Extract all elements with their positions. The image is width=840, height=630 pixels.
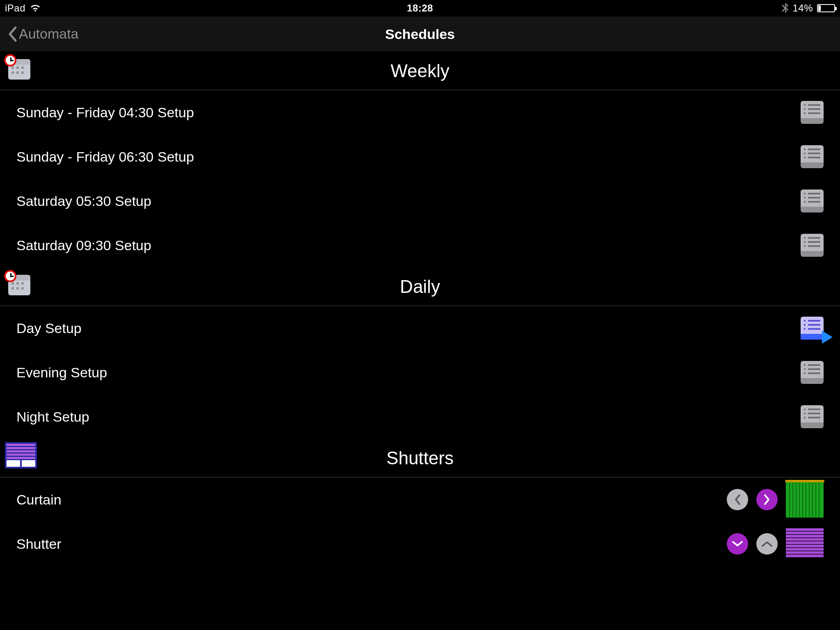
curtain-close-button[interactable]	[727, 489, 748, 510]
schedule-row[interactable]: Day Setup	[0, 306, 840, 350]
calendar-clock-icon	[5, 271, 31, 297]
schedule-label: Night Setup	[16, 409, 801, 425]
section-header-weekly: Weekly	[0, 52, 840, 90]
back-label: Automata	[19, 26, 79, 42]
schedule-label: Sunday - Friday 06:30 Setup	[16, 149, 801, 165]
chevron-left-icon	[734, 494, 741, 505]
schedule-label: Day Setup	[16, 320, 801, 336]
list-icon[interactable]	[801, 234, 824, 257]
schedule-row[interactable]: Saturday 05:30 Setup	[0, 179, 840, 223]
chevron-down-icon	[732, 540, 743, 548]
play-icon	[822, 331, 833, 344]
nav-bar: Automata Schedules	[0, 16, 840, 52]
back-button[interactable]: Automata	[7, 26, 79, 42]
curtain-row[interactable]: Curtain	[0, 477, 840, 522]
list-icon[interactable]	[801, 405, 824, 428]
list-icon[interactable]	[801, 361, 824, 384]
shutter-icon	[786, 528, 824, 559]
schedule-row[interactable]: Saturday 09:30 Setup	[0, 223, 840, 267]
row-label: Shutter	[16, 536, 727, 552]
schedule-label: Saturday 05:30 Setup	[16, 193, 801, 209]
schedule-label: Saturday 09:30 Setup	[16, 237, 801, 253]
content: Weekly Sunday - Friday 04:30 Setup Sunda…	[0, 52, 840, 566]
list-icon[interactable]	[801, 101, 824, 124]
list-icon[interactable]	[801, 145, 824, 168]
section-title: Weekly	[390, 61, 449, 81]
chevron-right-icon	[763, 494, 771, 505]
shutter-up-button[interactable]	[756, 533, 778, 555]
schedule-row[interactable]: Sunday - Friday 06:30 Setup	[0, 135, 840, 179]
section-title: Shutters	[386, 448, 454, 468]
list-active-icon[interactable]	[801, 317, 824, 340]
schedule-label: Evening Setup	[16, 365, 801, 381]
shutter-section-icon	[5, 442, 37, 468]
page-title: Schedules	[385, 26, 455, 42]
schedule-row[interactable]: Sunday - Friday 04:30 Setup	[0, 90, 840, 135]
shutter-down-button[interactable]	[727, 533, 748, 555]
schedule-label: Sunday - Friday 04:30 Setup	[16, 105, 801, 121]
chevron-left-icon	[7, 26, 17, 42]
device-label: iPad	[5, 2, 25, 14]
schedule-row[interactable]: Night Setup	[0, 395, 840, 439]
curtain-open-button[interactable]	[756, 489, 778, 510]
battery-icon	[817, 4, 835, 12]
chevron-up-icon	[761, 540, 773, 548]
section-title: Daily	[400, 276, 440, 297]
status-time: 18:28	[407, 2, 433, 14]
curtain-icon	[786, 482, 824, 518]
section-header-daily: Daily	[0, 267, 840, 306]
bluetooth-icon	[782, 3, 788, 13]
wifi-icon	[30, 4, 41, 13]
row-label: Curtain	[16, 492, 727, 508]
battery-percent: 14%	[792, 2, 813, 14]
schedule-row[interactable]: Evening Setup	[0, 350, 840, 395]
list-icon[interactable]	[801, 189, 824, 212]
calendar-clock-icon	[5, 55, 31, 81]
section-header-shutters: Shutters	[0, 439, 840, 477]
shutter-row[interactable]: Shutter	[0, 522, 840, 566]
ios-status-bar: iPad 18:28 14%	[0, 0, 840, 16]
